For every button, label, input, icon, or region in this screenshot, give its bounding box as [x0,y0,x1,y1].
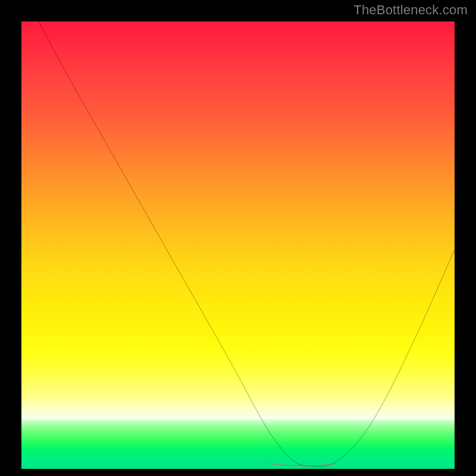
bottleneck-curve-path [39,21,455,466]
attribution-watermark: TheBottleneck.com [353,2,468,18]
chart-svg [21,21,455,469]
plot-frame [0,0,476,476]
chart-root: TheBottleneck.com [0,0,476,476]
plot-area [21,21,455,469]
